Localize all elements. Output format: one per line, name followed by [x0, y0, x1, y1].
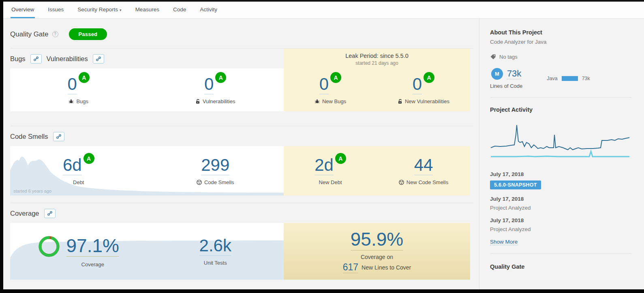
bugs-value[interactable]: 0 [68, 75, 77, 94]
new-bugs-value[interactable]: 0 [319, 75, 329, 94]
tab-measures[interactable]: Measures [135, 2, 160, 18]
bugs-label: Bugs [76, 98, 88, 104]
code-smells-label: Code Smells [204, 179, 234, 185]
bugs-section-title: Bugs [10, 55, 26, 63]
new-lines-to-cover-value[interactable]: 617 [343, 262, 358, 273]
metric-vulnerabilities: 0 A Vulnerabilities [147, 68, 284, 111]
bugs-rating-badge: A [79, 72, 90, 83]
bug-icon [68, 99, 74, 104]
sonarqube-project-overview: Overview Issues Security Reports▾ Measur… [3, 2, 644, 291]
show-more-link[interactable]: Show More [490, 239, 518, 245]
tab-activity[interactable]: Activity [199, 2, 218, 18]
metric-new-bugs: 0 A New Bugs [284, 68, 377, 111]
project-activity-sparkline[interactable] [490, 119, 630, 163]
event-date: July 17, 2018 [490, 217, 632, 223]
code-smells-section-title: Code Smells [10, 133, 48, 140]
leak-period-header: Leak Period: since 5.5.0 started 21 days… [284, 49, 470, 68]
vulnerabilities-history-button[interactable] [93, 54, 104, 64]
quality-gate-status-badge: Passed [69, 28, 107, 40]
vulnerabilities-value[interactable]: 0 [204, 75, 214, 94]
new-debt-rating-badge: A [335, 153, 346, 164]
code-smell-icon [399, 180, 404, 185]
language-distribution: Java 73k [547, 76, 590, 81]
unit-tests-label: Unit Tests [204, 260, 227, 266]
tab-code[interactable]: Code [172, 2, 187, 18]
vulnerabilities-label: Vulnerabilities [203, 98, 235, 104]
event-date: July 17, 2018 [490, 196, 632, 202]
coverage-label: Coverage [81, 261, 104, 268]
bug-icon [315, 99, 320, 104]
new-coverage-value[interactable]: 95.9% [351, 229, 403, 250]
coverage-section-title: Coverage [10, 210, 39, 217]
new-debt-value[interactable]: 2d [315, 156, 334, 175]
metric-coverage: 97.1% Coverage [10, 223, 147, 280]
code-smells-history-button[interactable] [53, 132, 64, 141]
debt-label: Debt [73, 179, 84, 185]
metric-new-code-smells: 44 New Code Smells [377, 146, 470, 195]
debt-value[interactable]: 6d [63, 156, 82, 175]
sidebar-divider [490, 253, 632, 254]
new-code-smells-label: New Code Smells [407, 179, 448, 185]
new-vulnerabilities-rating-badge: A [424, 72, 434, 83]
lines-of-code-label: Lines of Code [490, 83, 522, 89]
coverage-donut [38, 236, 60, 257]
metric-new-debt: 2d A New Debt [284, 146, 377, 195]
new-code-smells-value[interactable]: 44 [414, 156, 433, 175]
history-chart-icon [56, 134, 62, 139]
new-bugs-label: New Bugs [322, 98, 346, 104]
history-chart-icon [96, 56, 101, 62]
metric-unit-tests: 2.6k Unit Tests [147, 223, 284, 280]
metric-bugs: 0 A Bugs [10, 68, 147, 111]
metric-debt: 6d A Debt [10, 146, 147, 195]
coverage-history-button[interactable] [44, 209, 56, 218]
event-text: Project Analyzed [490, 226, 632, 232]
activity-event: July 17, 2018 Project Analyzed [490, 196, 632, 211]
open-lock-icon [195, 99, 200, 104]
project-activity-heading: Project Activity [490, 106, 632, 113]
history-chart-icon [33, 56, 39, 62]
tab-security-reports[interactable]: Security Reports▾ [77, 2, 122, 18]
letterbox-top [0, 0, 644, 2]
tab-security-reports-label: Security Reports [77, 6, 118, 13]
open-lock-icon [398, 99, 402, 104]
debt-rating-badge: A [83, 153, 94, 164]
quality-gate-title: Quality Gate [10, 30, 49, 38]
activity-sparkline-dark [491, 125, 629, 150]
code-smell-icon [197, 180, 202, 185]
lines-of-code-value[interactable]: 73k [507, 68, 521, 79]
new-vulnerabilities-value[interactable]: 0 [413, 75, 422, 94]
overview-main: Quality Gate ? Passed Bugs Vulnerabiliti… [3, 19, 479, 291]
event-date: July 17, 2018 [490, 171, 632, 177]
bugs-history-button[interactable] [30, 54, 42, 64]
metric-new-vulnerabilities: 0 A New Vulnerabilities [377, 68, 470, 111]
language-loc: 73k [582, 76, 590, 81]
chevron-down-icon: ▾ [120, 8, 122, 12]
unit-tests-value[interactable]: 2.6k [199, 237, 231, 255]
project-description: Code Analyzer for Java [490, 39, 632, 45]
help-icon[interactable]: ? [52, 31, 58, 37]
language-bar [562, 76, 578, 81]
new-vulnerabilities-label: New Vulnerabilities [405, 98, 449, 104]
size-rating-badge: M [491, 68, 503, 80]
coverage-value[interactable]: 97.1% [66, 236, 119, 257]
language-name: Java [547, 76, 557, 81]
new-bugs-rating-badge: A [330, 72, 341, 83]
new-coverage-line1: Coverage on [361, 254, 393, 260]
tab-issues[interactable]: Issues [47, 2, 64, 18]
activity-event: July 17, 2018 Project Analyzed [490, 217, 632, 232]
sidebar-quality-gate-heading: Quality Gate [490, 263, 632, 270]
history-chart-icon [47, 211, 53, 216]
activity-event: July 17, 2018 5.6.0-SNAPSHOT [490, 171, 632, 189]
sidebar-divider [490, 97, 632, 98]
tags-label: No tags [499, 54, 518, 60]
leak-period-subtitle: started 21 days ago [284, 59, 470, 66]
vulnerabilities-rating-badge: A [215, 72, 226, 83]
letterbox-left [0, 0, 3, 293]
project-tags[interactable]: No tags [490, 54, 632, 60]
tab-overview[interactable]: Overview [11, 2, 35, 18]
letterbox-bottom [0, 289, 644, 293]
metric-code-smells: 299 Code Smells [147, 146, 284, 195]
vulnerabilities-section-title: Vulnerabilities [47, 55, 88, 63]
code-smells-value[interactable]: 299 [201, 156, 229, 175]
event-text: Project Analyzed [490, 205, 632, 211]
